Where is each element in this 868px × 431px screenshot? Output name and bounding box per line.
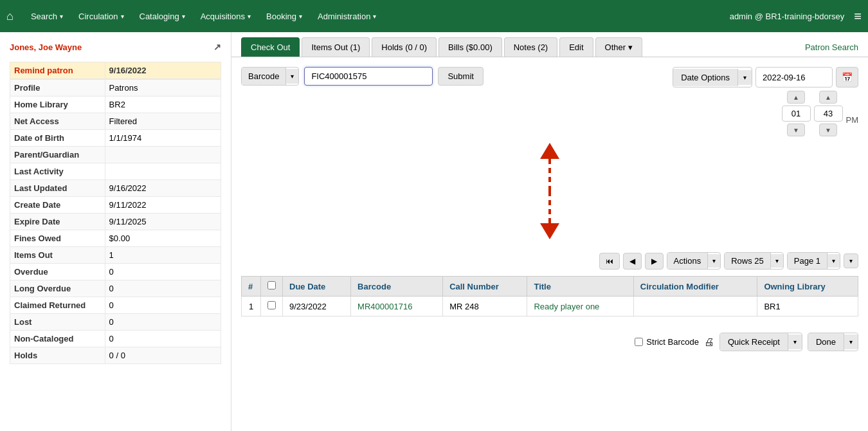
date-options-caret[interactable]: ▾ [738, 70, 752, 85]
hour-col: ▲ ▼ [782, 91, 811, 136]
actions-caret[interactable]: ▾ [708, 254, 720, 268]
tab-checkout[interactable]: Check Out [241, 37, 300, 57]
row-due-date: 9/23/2022 [283, 297, 351, 316]
nav-acquisitions[interactable]: Acquisitions ▾ [193, 0, 258, 32]
row-num: 1 [242, 297, 261, 316]
patron-field-row: ProfilePatrons [10, 80, 221, 96]
patron-field-value: 9/11/2022 [105, 197, 221, 214]
col-call-number: Call Number [443, 277, 527, 297]
tab-bills[interactable]: Bills ($0.00) [439, 37, 502, 57]
strict-barcode-checkbox[interactable] [635, 338, 643, 346]
actions-dropdown[interactable]: Actions ▾ [667, 252, 721, 270]
submit-button[interactable]: Submit [438, 67, 483, 86]
col-due-date: Due Date [283, 277, 351, 297]
tab-items-out[interactable]: Items Out (1) [302, 37, 370, 57]
row-title[interactable]: Ready player one [527, 297, 633, 316]
row-check[interactable] [261, 297, 283, 316]
patron-field-row: Overdue0 [10, 264, 221, 280]
nav-booking[interactable]: Booking ▾ [258, 0, 310, 32]
tab-other[interactable]: Other ▾ [595, 37, 642, 57]
patron-field-label: Date of Birth [10, 130, 105, 147]
prev-page-button[interactable]: ◀ [623, 253, 642, 270]
row-checkbox[interactable] [267, 301, 276, 309]
quick-receipt-caret[interactable]: ▾ [788, 335, 802, 349]
date-input[interactable] [755, 67, 833, 87]
barcode-caret[interactable]: ▾ [286, 69, 298, 84]
patron-field-row: Last Updated9/16/2022 [10, 180, 221, 197]
patron-field-row: Net AccessFiltered [10, 113, 221, 130]
row-call-number: MR 248 [443, 297, 527, 316]
table-header: # Due Date Barcode Call Number Title Cir… [242, 277, 858, 297]
checkout-barcode-area: Barcode ▾ Submit [241, 67, 484, 86]
nav-search[interactable]: Search ▾ [23, 0, 71, 32]
patron-panel: Jones, Joe Wayne ↗ Remind patron 9/16/20… [0, 32, 231, 431]
patron-field-label: Non-Cataloged [10, 331, 105, 347]
hour-down-button[interactable]: ▼ [787, 124, 805, 136]
table-body: 1 9/23/2022 MR400001716 MR 248 Ready pla… [242, 297, 858, 316]
patron-field-value: $0.00 [105, 230, 221, 247]
nav-menu-icon[interactable]: ≡ [854, 9, 862, 24]
tab-edit[interactable]: Edit [559, 37, 593, 57]
bottom-row: Strict Barcode 🖨 Quick Receipt ▾ Done ▾ [241, 326, 858, 358]
svg-marker-3 [540, 223, 559, 239]
calendar-button[interactable]: 📅 [836, 67, 858, 87]
col-owning-library: Owning Library [757, 277, 858, 297]
done-caret[interactable]: ▾ [844, 335, 858, 349]
quick-receipt-dropdown[interactable]: Quick Receipt ▾ [719, 333, 802, 351]
svg-marker-0 [540, 143, 559, 159]
patron-name-text: Jones, Joe Wayne [10, 42, 82, 52]
page-select-caret[interactable]: ▾ [827, 254, 840, 268]
row-owning-library: BR1 [757, 297, 858, 316]
nav-circulation[interactable]: Circulation ▾ [71, 0, 131, 32]
actions-label: Actions [667, 253, 709, 269]
home-icon[interactable]: ⌂ [6, 10, 14, 23]
row-circ-modifier [633, 297, 757, 316]
patron-field-label: Lost [10, 314, 105, 331]
hour-up-button[interactable]: ▲ [787, 91, 805, 104]
page-select-dropdown[interactable]: Page 1 ▾ [787, 252, 840, 270]
nav-administration[interactable]: Administration ▾ [310, 0, 384, 32]
barcode-input[interactable] [304, 67, 433, 86]
top-area: Barcode ▾ Submit Date Options ▾ 📅 [241, 67, 858, 140]
remind-label: Remind patron [14, 66, 73, 75]
printer-icon[interactable]: 🖨 [704, 336, 714, 348]
items-table: # Due Date Barcode Call Number Title Cir… [241, 276, 858, 316]
patron-field-row: Home LibraryBR2 [10, 96, 221, 113]
rows-caret[interactable]: ▾ [771, 254, 783, 268]
patron-field-value [105, 147, 221, 163]
patron-field-value: 0 [105, 314, 221, 331]
patron-search-link[interactable]: Patron Search [805, 42, 858, 52]
nav-booking-caret: ▾ [299, 13, 302, 20]
patron-field-row: Date of Birth1/1/1974 [10, 130, 221, 147]
minute-input[interactable] [814, 105, 843, 122]
next-page-button[interactable]: ▶ [645, 253, 664, 270]
patron-link-icon[interactable]: ↗ [213, 42, 221, 52]
patron-field-value: 0 [105, 280, 221, 297]
tab-notes[interactable]: Notes (2) [504, 37, 557, 57]
patron-field-value: Filtered [105, 113, 221, 130]
patron-field-value: 9/11/2025 [105, 214, 221, 230]
patron-field-label: Create Date [10, 197, 105, 214]
nav-cataloging[interactable]: Cataloging ▾ [132, 0, 193, 32]
nav-acquisitions-caret: ▾ [248, 13, 251, 20]
minute-up-button[interactable]: ▲ [819, 91, 837, 104]
patron-details-table: ProfilePatronsHome LibraryBR2Net AccessF… [10, 79, 221, 364]
done-dropdown[interactable]: Done ▾ [808, 333, 858, 351]
patron-field-label: Holds [10, 347, 105, 364]
patron-field-label: Expire Date [10, 214, 105, 230]
patron-field-label: Parent/Guardian [10, 147, 105, 163]
first-page-button[interactable]: ⏮ [599, 253, 620, 270]
top-navigation: ⌂ Search ▾ Circulation ▾ Cataloging ▾ Ac… [0, 0, 868, 32]
row-barcode[interactable]: MR400001716 [351, 297, 443, 316]
minute-down-button[interactable]: ▼ [819, 124, 837, 136]
select-all-checkbox[interactable] [267, 281, 276, 289]
rows-label: Rows 25 [725, 253, 771, 269]
hour-input[interactable] [782, 105, 811, 122]
barcode-label: Barcode [242, 68, 286, 85]
page-down-button[interactable]: ▾ [844, 253, 858, 268]
date-options-dropdown[interactable]: Date Options ▾ [673, 67, 752, 87]
barcode-dropdown[interactable]: Barcode ▾ [241, 67, 299, 86]
rows-dropdown[interactable]: Rows 25 ▾ [724, 252, 784, 270]
tab-holds[interactable]: Holds (0 / 0) [372, 37, 437, 57]
patron-field-value: 0 [105, 264, 221, 280]
